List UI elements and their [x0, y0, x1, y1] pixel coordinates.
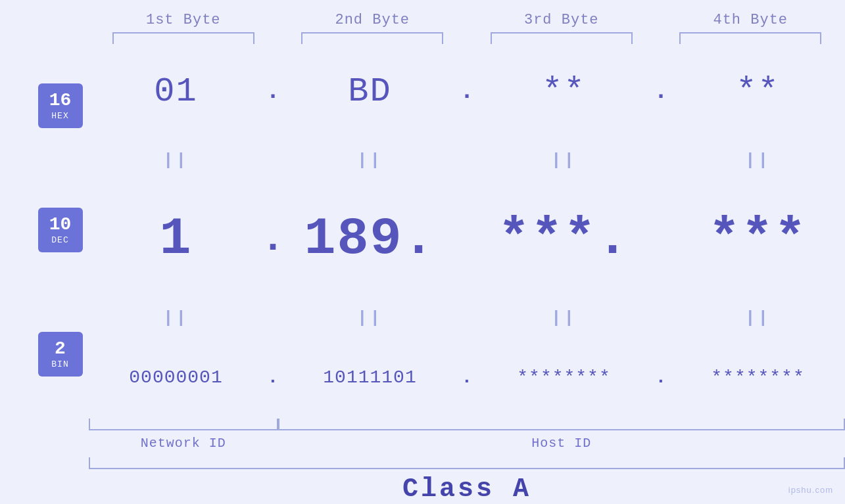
eq2-1: ||: [163, 308, 189, 328]
bin-b3-value: ********: [517, 367, 610, 388]
dec-num: 10: [49, 215, 72, 235]
hex-badge: 16 HEX: [38, 83, 83, 128]
byte2-header: 2nd Byte: [278, 12, 468, 28]
eq2-cell2: ||: [283, 308, 457, 328]
eq1-cell2: ||: [283, 150, 457, 170]
eq1-cell1: ||: [89, 150, 263, 170]
dec-b1-cell: 1: [89, 209, 263, 269]
hex-dot3: .: [651, 78, 671, 105]
dec-b1-value: 1: [159, 209, 192, 269]
bin-b4-value: ********: [711, 367, 804, 388]
top-bracket-3: [491, 32, 633, 44]
base-badges: 16 HEX 10 DEC 2 BIN: [0, 44, 89, 416]
dec-b2-value: 189.: [304, 209, 435, 269]
eq1-3: ||: [551, 150, 577, 170]
hex-b2-cell: BD: [283, 72, 457, 111]
eq1-2: ||: [357, 150, 383, 170]
bin-b2-cell: 10111101: [283, 367, 457, 388]
eq1-cell3: ||: [477, 150, 651, 170]
eq1-cell4: ||: [671, 150, 845, 170]
hex-b2-value: BD: [348, 72, 391, 111]
dec-badge: 10 DEC: [38, 208, 83, 252]
top-bracket-1: [112, 32, 254, 44]
dec-b4-cell: ***: [671, 209, 845, 269]
network-id-bracket: [89, 419, 278, 430]
eq2-cell1: ||: [89, 308, 263, 328]
eq1-1: ||: [163, 150, 189, 170]
bin-b3-cell: ********: [477, 367, 651, 388]
eq2-4: ||: [745, 308, 771, 328]
bracket-cell-1: [89, 32, 278, 44]
hex-b3-cell: **: [477, 72, 651, 111]
hex-b1-cell: 01: [89, 72, 263, 111]
hex-b4-cell: **: [671, 72, 845, 111]
bin-b1-value: 00000001: [129, 367, 222, 388]
equals-row-2: || || || ||: [89, 308, 845, 328]
bracket-cell-3: [467, 32, 656, 44]
eq2-cell4: ||: [671, 308, 845, 328]
dec-b3-value: ***.: [498, 209, 629, 269]
bottom-brackets: [89, 419, 845, 430]
bin-dot3: .: [651, 367, 671, 388]
top-brackets: [0, 32, 845, 44]
bin-ip-row: 00000001 . 10111101 . ******** . *******…: [89, 367, 845, 388]
eq2-3: ||: [551, 308, 577, 328]
eq2-cell3: ||: [477, 308, 651, 328]
top-bracket-2: [301, 32, 443, 44]
bin-num: 2: [55, 339, 66, 359]
bin-dot2: .: [457, 367, 477, 388]
eq2-2: ||: [357, 308, 383, 328]
byte-headers-row: 1st Byte 2nd Byte 3rd Byte 4th Byte: [0, 12, 845, 28]
class-label: Class A: [89, 474, 845, 504]
ip-rows-area: 01 . BD . ** . ** ||: [89, 44, 845, 416]
hex-b3-value: **: [542, 72, 585, 111]
bin-b2-value: 10111101: [323, 367, 416, 388]
content-area: 16 HEX 10 DEC 2 BIN 01 . BD: [0, 44, 845, 416]
hex-dot2: .: [457, 78, 477, 105]
hex-b4-value: **: [736, 72, 779, 111]
byte3-header: 3rd Byte: [467, 12, 656, 28]
network-id-label: Network ID: [89, 436, 278, 451]
byte4-header: 4th Byte: [656, 12, 846, 28]
hex-num: 16: [49, 91, 72, 111]
bracket-cell-2: [278, 32, 468, 44]
class-section: Class A: [0, 457, 845, 504]
dec-b3-cell: ***.: [477, 209, 651, 269]
class-outer-bracket: [89, 457, 845, 469]
dec-label: DEC: [51, 235, 68, 245]
hex-dot1: .: [263, 78, 283, 105]
bin-b4-cell: ********: [671, 367, 845, 388]
hex-label: HEX: [51, 111, 68, 121]
bottom-section: Network ID Host ID: [0, 419, 845, 451]
top-bracket-4: [679, 32, 821, 44]
hex-ip-row: 01 . BD . ** . **: [89, 72, 845, 111]
watermark: ipshu.com: [788, 485, 833, 495]
bin-b1-cell: 00000001: [89, 367, 263, 388]
hex-b1-value: 01: [154, 72, 197, 111]
host-id-label: Host ID: [278, 436, 846, 451]
byte1-header: 1st Byte: [89, 12, 278, 28]
dec-dot1: .: [263, 217, 283, 262]
equals-row-1: || || || ||: [89, 150, 845, 170]
dec-b2-cell: 189.: [283, 209, 457, 269]
bin-dot1: .: [263, 367, 283, 388]
dec-b4-value: ***: [708, 209, 807, 269]
id-labels-row: Network ID Host ID: [89, 436, 845, 451]
bracket-cell-4: [656, 32, 846, 44]
host-id-bracket: [278, 419, 846, 430]
bin-badge: 2 BIN: [38, 332, 83, 377]
main-container: 1st Byte 2nd Byte 3rd Byte 4th Byte 16 H…: [0, 0, 845, 504]
dec-ip-row: 1 . 189. ***. ***: [89, 209, 845, 269]
bin-label: BIN: [51, 359, 68, 369]
eq1-4: ||: [745, 150, 771, 170]
